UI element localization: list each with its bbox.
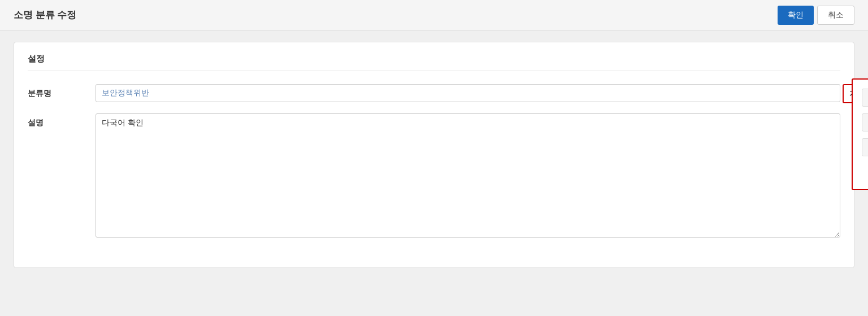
header-bar: 소명 분류 수정 확인 취소 xyxy=(0,0,868,30)
lang-row-chinese: 중국어 xyxy=(862,138,868,156)
classification-input[interactable] xyxy=(96,84,840,102)
add-language-row: 한국어 영어 중국어 일본어 + 추가 xyxy=(862,163,868,180)
classification-label: 분류명 xyxy=(28,84,96,99)
lang-label-english: 영어 xyxy=(862,113,868,131)
lang-row-korean: 한국어 xyxy=(862,89,868,107)
lang-label-chinese: 중국어 xyxy=(862,138,868,156)
page-title: 소명 분류 수정 xyxy=(14,8,76,21)
confirm-button[interactable]: 확인 xyxy=(778,6,814,25)
classification-field: 가 한국어 xyxy=(96,84,840,102)
description-label: 설명 xyxy=(28,113,96,128)
form-row-classification: 분류명 가 한국어 xyxy=(28,84,840,102)
lang-row-english: 영어 xyxy=(862,113,868,131)
page-wrapper: 소명 분류 수정 확인 취소 설정 분류명 가 xyxy=(0,0,868,316)
description-textarea[interactable]: 다국어 확인 xyxy=(96,113,840,238)
multilingual-panel: 한국어 xyxy=(852,78,868,190)
form-row-description: 설명 다국어 확인 xyxy=(28,113,840,239)
section-card: 설정 분류명 가 한국어 xyxy=(14,42,854,268)
lang-label-korean: 한국어 xyxy=(862,89,868,107)
section-title: 설정 xyxy=(28,54,840,71)
description-field: 다국어 확인 xyxy=(96,113,840,239)
cancel-button[interactable]: 취소 xyxy=(817,6,854,25)
main-content: 설정 분류명 가 한국어 xyxy=(0,30,868,279)
header-buttons: 확인 취소 xyxy=(778,6,854,25)
